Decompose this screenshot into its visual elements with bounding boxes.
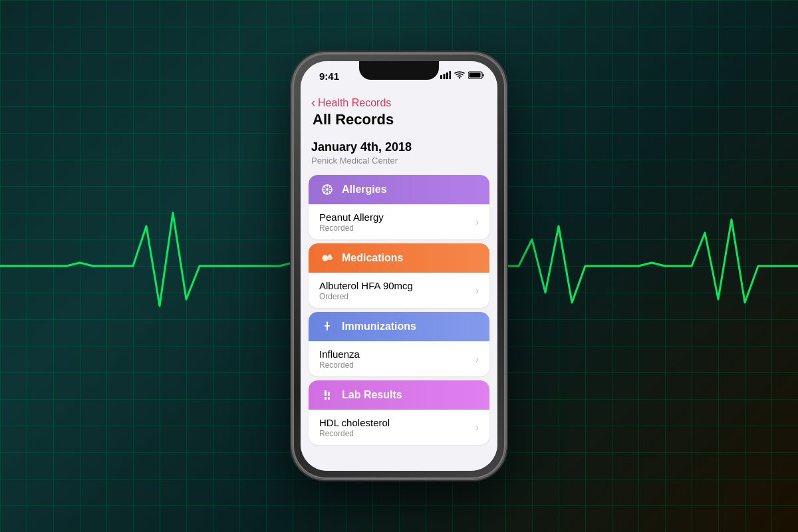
svg-rect-26 bbox=[328, 397, 330, 400]
section-header-lab-results[interactable]: Lab Results bbox=[309, 380, 489, 410]
back-label: Health Records bbox=[318, 97, 391, 109]
signal-icon bbox=[440, 71, 451, 81]
status-icons bbox=[440, 71, 484, 81]
svg-rect-2 bbox=[446, 72, 448, 79]
section-header-allergies[interactable]: Allergies bbox=[309, 175, 489, 204]
record-item-name: Albuterol HFA 90mcg bbox=[319, 280, 413, 291]
svg-marker-22 bbox=[326, 321, 329, 323]
record-item-info: HDL cholesterolRecorded bbox=[319, 417, 390, 438]
svg-rect-5 bbox=[483, 74, 484, 76]
record-item-status: Recorded bbox=[319, 223, 384, 233]
svg-line-14 bbox=[329, 192, 331, 193]
record-date: January 4th, 2018 bbox=[311, 140, 487, 154]
record-facility: Penick Medical Center bbox=[311, 156, 487, 166]
phone-screen: 9:41 bbox=[301, 61, 497, 471]
chevron-right-icon: › bbox=[475, 422, 479, 433]
allergies-icon bbox=[319, 182, 335, 198]
phone-device: 9:41 bbox=[293, 53, 505, 479]
svg-rect-0 bbox=[440, 75, 442, 79]
page-title: All Records bbox=[311, 111, 487, 128]
list-item[interactable]: InfluenzaRecorded› bbox=[309, 341, 489, 376]
record-header: January 4th, 2018 Penick Medical Center bbox=[301, 132, 497, 171]
screen-content: ‹ Health Records All Records January 4th… bbox=[301, 90, 497, 471]
section-card-immunizations: ImmunizationsInfluenzaRecorded› bbox=[309, 312, 489, 376]
chevron-right-icon: › bbox=[475, 285, 479, 296]
status-time: 9:41 bbox=[319, 70, 339, 82]
sections-container: AllergiesPeanut AllergyRecorded› Medicat… bbox=[301, 175, 497, 445]
section-title-immunizations: Immunizations bbox=[342, 321, 416, 332]
record-item-info: Albuterol HFA 90mcgOrdered bbox=[319, 280, 413, 301]
phone-shell: 9:41 bbox=[293, 53, 505, 479]
record-item-status: Recorded bbox=[319, 360, 360, 370]
back-chevron-icon: ‹ bbox=[311, 96, 315, 110]
section-header-immunizations[interactable]: Immunizations bbox=[309, 312, 489, 341]
svg-line-16 bbox=[324, 192, 325, 193]
section-title-allergies: Allergies bbox=[342, 184, 387, 196]
chevron-right-icon: › bbox=[475, 354, 479, 364]
svg-line-15 bbox=[329, 186, 331, 188]
section-card-lab-results: Lab ResultsHDL cholesterolRecorded› bbox=[309, 380, 489, 445]
svg-rect-25 bbox=[325, 397, 327, 400]
record-item-status: Ordered bbox=[319, 292, 413, 301]
record-item-info: Peanut AllergyRecorded bbox=[319, 211, 384, 233]
section-title-medications: Medications bbox=[342, 252, 403, 264]
lab-results-icon bbox=[319, 387, 335, 403]
section-title-lab-results: Lab Results bbox=[342, 389, 402, 401]
record-item-name: Peanut Allergy bbox=[319, 211, 384, 223]
list-item[interactable]: Peanut AllergyRecorded› bbox=[309, 204, 489, 239]
svg-rect-1 bbox=[444, 74, 446, 79]
svg-point-19 bbox=[329, 255, 332, 258]
wifi-icon bbox=[454, 71, 465, 81]
section-header-medications[interactable]: Medications bbox=[309, 243, 489, 273]
svg-line-13 bbox=[324, 186, 325, 188]
record-item-status: Recorded bbox=[319, 429, 390, 438]
record-item-name: HDL cholesterol bbox=[319, 417, 390, 428]
list-item[interactable]: Albuterol HFA 90mcgOrdered› bbox=[309, 273, 489, 308]
record-item-name: Influenza bbox=[319, 348, 360, 360]
svg-rect-24 bbox=[328, 392, 330, 396]
nav-bar: ‹ Health Records All Records bbox=[301, 90, 497, 132]
list-item[interactable]: HDL cholesterolRecorded› bbox=[309, 410, 489, 445]
medications-icon bbox=[319, 250, 335, 266]
battery-icon bbox=[468, 71, 484, 81]
notch bbox=[359, 61, 439, 80]
svg-point-8 bbox=[326, 188, 329, 191]
nav-back[interactable]: ‹ Health Records bbox=[311, 96, 487, 110]
svg-rect-21 bbox=[325, 325, 330, 327]
section-card-medications: MedicationsAlbuterol HFA 90mcgOrdered› bbox=[309, 243, 489, 308]
svg-rect-3 bbox=[450, 71, 452, 79]
immunizations-icon bbox=[319, 319, 335, 334]
svg-rect-6 bbox=[469, 72, 481, 77]
record-item-info: InfluenzaRecorded bbox=[319, 348, 360, 370]
chevron-right-icon: › bbox=[475, 217, 479, 227]
section-card-allergies: AllergiesPeanut AllergyRecorded› bbox=[309, 175, 489, 239]
svg-rect-23 bbox=[325, 390, 327, 396]
